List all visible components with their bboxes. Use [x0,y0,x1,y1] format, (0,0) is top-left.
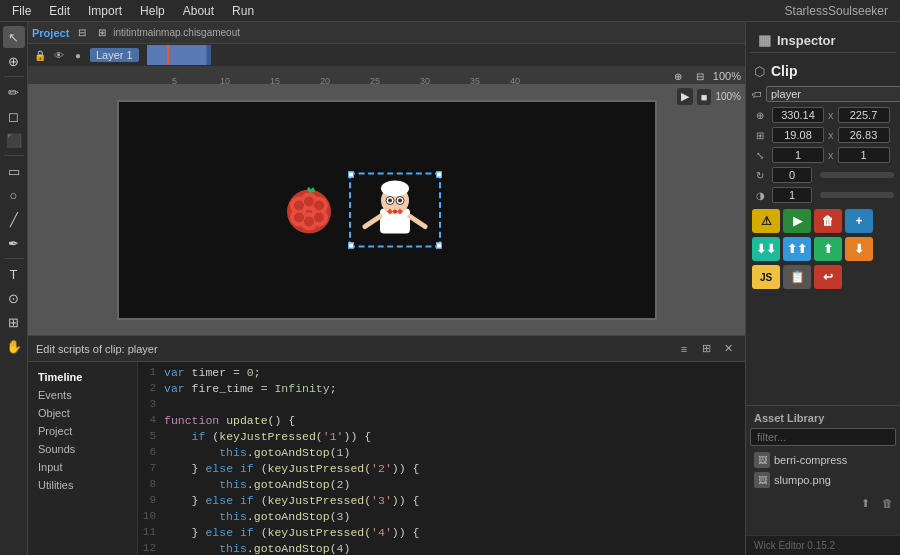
ruler-zoom-btn[interactable]: ⊕ [669,67,687,85]
clip-icon: ⬡ [754,64,765,79]
code-line-1: 1 var timer = 0; [138,366,745,382]
asset-library-title: Asset Library [750,410,896,428]
layer-lock-icon[interactable]: 🔒 [32,47,48,63]
btn-warn[interactable]: ⚠ [752,209,780,233]
tool-brush[interactable]: ✏ [3,81,25,103]
btn-move-up[interactable]: ⬆ [814,237,842,261]
tool-pan[interactable]: ✋ [3,335,25,357]
handle-br[interactable] [436,242,442,248]
tool-rectangle[interactable]: ▭ [3,160,25,182]
tool-ellipse[interactable]: ○ [3,184,25,206]
asset-search-input[interactable] [750,428,896,446]
asset-thumb-slumpo: 🖼 [754,472,770,488]
btn-js[interactable]: JS [752,265,780,289]
timeline-ruler: 5 10 15 20 25 30 35 40 ⊕ ⊟ 100% [28,66,745,86]
rotation-slider[interactable] [820,172,894,178]
frame-block[interactable] [147,45,207,65]
code-line-11: 11 } else if (keyJustPressed('4')) { [138,526,745,542]
code-line-9: 9 } else if (keyJustPressed('3')) { [138,494,745,510]
timeline-area: Project ⊟ ⊞ intitintmainmap.chisgameout … [28,22,745,84]
asset-delete-btn[interactable]: 🗑 [878,494,896,512]
zoom-level-label: 100% [713,70,741,82]
menu-bar: File Edit Import Help About Run Starless… [0,0,900,22]
line-num-3: 3 [138,398,164,414]
menu-about[interactable]: About [175,2,222,20]
nav-sounds[interactable]: Sounds [28,440,137,458]
prop-row-size: ⊞ x [750,127,896,143]
menu-run[interactable]: Run [224,2,262,20]
code-area[interactable]: 1 var timer = 0; 2 var fire_time = Infin… [138,362,745,555]
right-panel: ▦ Inspector ⬡ Clip 🏷 ↗ ⊕ x [745,22,900,555]
scale-x-separator: x [828,149,834,161]
btn-add[interactable]: + [845,209,873,233]
ruler-fit-btn[interactable]: ⊟ [691,67,709,85]
inspector-header: ▦ Inspector [750,26,896,53]
nav-timeline[interactable]: Timeline [28,368,137,386]
asset-action-bar: ⬆ 🗑 [750,494,896,512]
tag-input[interactable] [766,86,900,102]
rotation-input[interactable] [772,167,812,183]
opacity-input[interactable] [772,187,812,203]
editor-close-icon[interactable]: ✕ [719,340,737,358]
tool-text[interactable]: T [3,263,25,285]
btn-group-3: JS 📋 ↩ [750,263,896,291]
tool-fill[interactable]: ⬛ [3,129,25,151]
tool-zoom[interactable]: ⊞ [3,311,25,333]
menu-help[interactable]: Help [132,2,173,20]
opacity-slider[interactable] [820,192,894,198]
editor-title: Edit scripts of clip: player [36,343,158,355]
tool-move[interactable]: ⊕ [3,50,25,72]
menu-file[interactable]: File [4,2,39,20]
asset-import-btn[interactable]: ⬆ [856,494,874,512]
btn-delete[interactable]: 🗑 [814,209,842,233]
tool-pen[interactable]: ✒ [3,232,25,254]
canvas-play-btn[interactable]: ▶ [677,88,693,105]
playhead-marker [167,45,169,65]
size-h-input[interactable] [838,127,890,143]
layer-eye-icon[interactable]: 👁 [51,47,67,63]
btn-play[interactable]: ▶ [783,209,811,233]
menu-import[interactable]: Import [80,2,130,20]
nav-input[interactable]: Input [28,458,137,476]
btn-undo[interactable]: ↩ [814,265,842,289]
scale-y-input[interactable] [838,147,890,163]
line-content-11: } else if (keyJustPressed('4')) { [164,526,745,542]
asset-item-berri[interactable]: 🖼 berri-compress [750,450,896,470]
script-editor: Edit scripts of clip: player ≡ ⊞ ✕ Timel… [28,335,745,555]
code-line-2: 2 var fire_time = Infinity; [138,382,745,398]
nav-utilities[interactable]: Utilities [28,476,137,494]
btn-copy[interactable]: 📋 [783,265,811,289]
editor-layout-icon[interactable]: ⊞ [697,340,715,358]
btn-move-bottom[interactable]: ⬇⬇ [752,237,780,261]
handle-bl[interactable] [348,242,354,248]
nav-object[interactable]: Object [28,404,137,422]
pos-y-input[interactable] [838,107,890,123]
handle-tl[interactable] [348,171,354,177]
size-w-input[interactable] [772,127,824,143]
timeline-top-bar: Project ⊟ ⊞ intitintmainmap.chisgameout [28,22,745,44]
tool-cursor[interactable]: ↖ [3,26,25,48]
ruler-right-controls: ⊕ ⊟ 100% [669,67,741,85]
canvas-viewport[interactable] [117,100,657,320]
btn-move-down[interactable]: ⬇ [845,237,873,261]
tool-eyedropper[interactable]: ⊙ [3,287,25,309]
timeline-collapse-btn[interactable]: ⊟ [73,24,91,42]
asset-item-slumpo[interactable]: 🖼 slumpo.png [750,470,896,490]
tool-eraser[interactable]: ◻ [3,105,25,127]
layer-dot-icon[interactable]: ● [70,47,86,63]
nav-project[interactable]: Project [28,422,137,440]
tool-line[interactable]: ╱ [3,208,25,230]
editor-list-icon[interactable]: ≡ [675,340,693,358]
scale-x-input[interactable] [772,147,824,163]
canvas-stop-btn[interactable]: ■ [697,89,712,105]
timeline-expand-btn[interactable]: ⊞ [93,24,111,42]
pos-x-input[interactable] [772,107,824,123]
nav-events[interactable]: Events [28,386,137,404]
code-line-5: 5 if (keyJustPressed('1')) { [138,430,745,446]
layer-name-label[interactable]: Layer 1 [90,48,139,62]
handle-tr[interactable] [436,171,442,177]
btn-move-top[interactable]: ⬆⬆ [783,237,811,261]
line-num-6: 6 [138,446,164,462]
menu-edit[interactable]: Edit [41,2,78,20]
line-num-4: 4 [138,414,164,430]
